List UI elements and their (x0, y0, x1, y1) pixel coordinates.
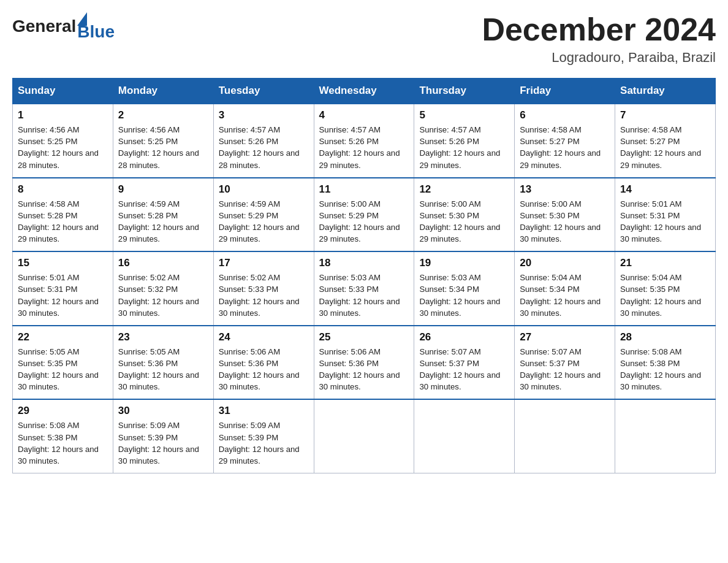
calendar-cell: 24Sunrise: 5:06 AMSunset: 5:36 PMDayligh… (213, 326, 314, 400)
day-detail: Sunrise: 5:02 AMSunset: 5:33 PMDaylight:… (219, 272, 309, 319)
week-row-3: 15Sunrise: 5:01 AMSunset: 5:31 PMDayligh… (13, 251, 716, 326)
title-area: December 2024 Logradouro, Paraiba, Brazi… (482, 12, 716, 66)
day-number: 8 (18, 183, 108, 196)
day-number: 25 (319, 331, 409, 343)
day-number: 30 (118, 405, 208, 417)
day-detail: Sunrise: 5:03 AMSunset: 5:33 PMDaylight:… (319, 272, 409, 319)
week-row-2: 8Sunrise: 4:58 AMSunset: 5:28 PMDaylight… (13, 178, 716, 252)
day-detail: Sunrise: 5:05 AMSunset: 5:35 PMDaylight:… (18, 346, 108, 393)
header-day-tuesday: Tuesday (213, 79, 314, 104)
day-number: 19 (419, 257, 509, 269)
day-number: 24 (219, 331, 309, 343)
logo-general-text: General (12, 17, 76, 36)
header-day-saturday: Saturday (615, 79, 716, 104)
calendar-cell: 1Sunrise: 4:56 AMSunset: 5:25 PMDaylight… (13, 104, 113, 178)
day-number: 13 (520, 183, 610, 196)
day-number: 27 (520, 331, 610, 343)
day-detail: Sunrise: 4:57 AMSunset: 5:26 PMDaylight:… (219, 124, 309, 171)
calendar-cell: 17Sunrise: 5:02 AMSunset: 5:33 PMDayligh… (213, 251, 314, 326)
logo-blue-text: Blue (77, 23, 115, 40)
calendar-cell: 2Sunrise: 4:56 AMSunset: 5:25 PMDaylight… (113, 104, 213, 178)
logo: General Blue (12, 12, 115, 40)
day-detail: Sunrise: 5:00 AMSunset: 5:30 PMDaylight:… (419, 198, 509, 245)
day-detail: Sunrise: 5:06 AMSunset: 5:36 PMDaylight:… (219, 346, 309, 393)
calendar-cell: 10Sunrise: 4:59 AMSunset: 5:29 PMDayligh… (213, 178, 314, 252)
day-number: 10 (219, 183, 309, 196)
day-number: 22 (18, 331, 108, 343)
day-number: 7 (620, 109, 710, 121)
day-number: 21 (620, 257, 710, 269)
day-number: 4 (319, 109, 409, 121)
day-number: 20 (520, 257, 610, 269)
day-detail: Sunrise: 5:00 AMSunset: 5:30 PMDaylight:… (520, 198, 610, 245)
day-detail: Sunrise: 5:05 AMSunset: 5:36 PMDaylight:… (118, 346, 208, 393)
calendar-cell: 7Sunrise: 4:58 AMSunset: 5:27 PMDaylight… (615, 104, 716, 178)
calendar-cell: 15Sunrise: 5:01 AMSunset: 5:31 PMDayligh… (13, 251, 113, 326)
header-row: SundayMondayTuesdayWednesdayThursdayFrid… (13, 79, 716, 104)
calendar-cell: 9Sunrise: 4:59 AMSunset: 5:28 PMDaylight… (113, 178, 213, 252)
calendar-cell: 18Sunrise: 5:03 AMSunset: 5:33 PMDayligh… (314, 251, 414, 326)
day-detail: Sunrise: 5:04 AMSunset: 5:35 PMDaylight:… (620, 272, 710, 319)
calendar-cell (515, 399, 615, 473)
calendar-cell: 4Sunrise: 4:57 AMSunset: 5:26 PMDaylight… (314, 104, 414, 178)
calendar-cell: 31Sunrise: 5:09 AMSunset: 5:39 PMDayligh… (213, 399, 314, 473)
day-detail: Sunrise: 5:09 AMSunset: 5:39 PMDaylight:… (219, 419, 309, 467)
day-detail: Sunrise: 5:02 AMSunset: 5:32 PMDaylight:… (118, 272, 208, 319)
day-detail: Sunrise: 5:00 AMSunset: 5:29 PMDaylight:… (319, 198, 409, 245)
calendar-cell: 22Sunrise: 5:05 AMSunset: 5:35 PMDayligh… (13, 326, 113, 400)
calendar-cell: 11Sunrise: 5:00 AMSunset: 5:29 PMDayligh… (314, 178, 414, 252)
header-day-monday: Monday (113, 79, 213, 104)
calendar-cell: 3Sunrise: 4:57 AMSunset: 5:26 PMDaylight… (213, 104, 314, 178)
calendar-cell: 29Sunrise: 5:08 AMSunset: 5:38 PMDayligh… (13, 399, 113, 473)
day-detail: Sunrise: 5:08 AMSunset: 5:38 PMDaylight:… (620, 346, 710, 393)
calendar-cell: 28Sunrise: 5:08 AMSunset: 5:38 PMDayligh… (615, 326, 716, 400)
calendar-cell: 20Sunrise: 5:04 AMSunset: 5:34 PMDayligh… (515, 251, 615, 326)
day-detail: Sunrise: 5:01 AMSunset: 5:31 PMDaylight:… (620, 198, 710, 245)
week-row-1: 1Sunrise: 4:56 AMSunset: 5:25 PMDaylight… (13, 104, 716, 178)
day-number: 11 (319, 183, 409, 196)
month-title: December 2024 (482, 12, 716, 47)
day-detail: Sunrise: 5:09 AMSunset: 5:39 PMDaylight:… (118, 419, 208, 467)
calendar-table: SundayMondayTuesdayWednesdayThursdayFrid… (12, 78, 716, 473)
calendar-cell: 21Sunrise: 5:04 AMSunset: 5:35 PMDayligh… (615, 251, 716, 326)
day-detail: Sunrise: 4:56 AMSunset: 5:25 PMDaylight:… (18, 124, 108, 171)
day-number: 26 (419, 331, 509, 343)
day-detail: Sunrise: 4:57 AMSunset: 5:26 PMDaylight:… (319, 124, 409, 171)
header-day-sunday: Sunday (13, 79, 113, 104)
day-detail: Sunrise: 4:58 AMSunset: 5:28 PMDaylight:… (18, 198, 108, 245)
day-detail: Sunrise: 5:07 AMSunset: 5:37 PMDaylight:… (520, 346, 610, 393)
day-detail: Sunrise: 4:59 AMSunset: 5:28 PMDaylight:… (118, 198, 208, 245)
day-detail: Sunrise: 5:06 AMSunset: 5:36 PMDaylight:… (319, 346, 409, 393)
day-number: 15 (18, 257, 108, 269)
day-number: 18 (319, 257, 409, 269)
calendar-cell (414, 399, 515, 473)
day-number: 9 (118, 183, 208, 196)
calendar-cell: 5Sunrise: 4:57 AMSunset: 5:26 PMDaylight… (414, 104, 515, 178)
day-detail: Sunrise: 5:07 AMSunset: 5:37 PMDaylight:… (419, 346, 509, 393)
day-number: 29 (18, 405, 108, 417)
calendar-cell: 26Sunrise: 5:07 AMSunset: 5:37 PMDayligh… (414, 326, 515, 400)
day-detail: Sunrise: 5:08 AMSunset: 5:38 PMDaylight:… (18, 419, 108, 467)
week-row-5: 29Sunrise: 5:08 AMSunset: 5:38 PMDayligh… (13, 399, 716, 473)
calendar-cell: 23Sunrise: 5:05 AMSunset: 5:36 PMDayligh… (113, 326, 213, 400)
day-number: 28 (620, 331, 710, 343)
day-number: 6 (520, 109, 610, 121)
calendar-cell: 30Sunrise: 5:09 AMSunset: 5:39 PMDayligh… (113, 399, 213, 473)
day-number: 12 (419, 183, 509, 196)
day-number: 2 (118, 109, 208, 121)
calendar-cell: 25Sunrise: 5:06 AMSunset: 5:36 PMDayligh… (314, 326, 414, 400)
calendar-cell: 16Sunrise: 5:02 AMSunset: 5:32 PMDayligh… (113, 251, 213, 326)
header-day-wednesday: Wednesday (314, 79, 414, 104)
week-row-4: 22Sunrise: 5:05 AMSunset: 5:35 PMDayligh… (13, 326, 716, 400)
calendar-cell (314, 399, 414, 473)
calendar-cell: 8Sunrise: 4:58 AMSunset: 5:28 PMDaylight… (13, 178, 113, 252)
day-number: 23 (118, 331, 208, 343)
day-detail: Sunrise: 4:56 AMSunset: 5:25 PMDaylight:… (118, 124, 208, 171)
day-detail: Sunrise: 4:59 AMSunset: 5:29 PMDaylight:… (219, 198, 309, 245)
day-detail: Sunrise: 4:57 AMSunset: 5:26 PMDaylight:… (419, 124, 509, 171)
calendar-cell (615, 399, 716, 473)
logo-blue-part: Blue (77, 12, 115, 40)
day-detail: Sunrise: 5:01 AMSunset: 5:31 PMDaylight:… (18, 272, 108, 319)
header-day-friday: Friday (515, 79, 615, 104)
page-header: General Blue December 2024 Logradouro, P… (12, 12, 716, 66)
